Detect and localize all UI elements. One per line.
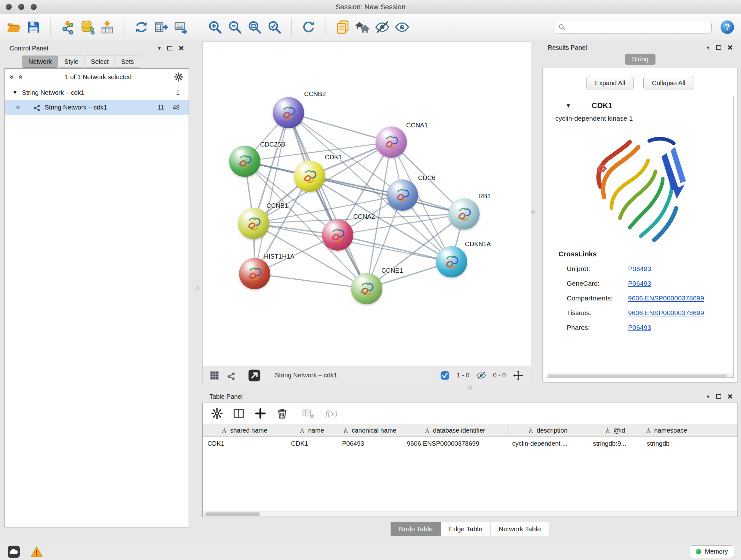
- hide-graphics-details-icon[interactable]: [375, 20, 390, 35]
- crosslink-label: Tissues:: [567, 309, 628, 317]
- collection-name: String Network – cdk1: [22, 89, 84, 97]
- tab-edge-table[interactable]: Edge Table: [441, 522, 491, 536]
- collapse-all-button[interactable]: Collapse All: [643, 76, 694, 90]
- export-network-icon[interactable]: [154, 20, 169, 35]
- network-canvas[interactable]: CCNB2CCNA1CDC25BCDK1CDC6RB1CCNB1CCNA2CDK…: [203, 42, 531, 367]
- help-icon[interactable]: ?: [720, 20, 735, 35]
- expand-all-button[interactable]: Expand All: [586, 76, 634, 90]
- add-column-icon[interactable]: [254, 408, 266, 420]
- close-window-button[interactable]: [6, 4, 12, 10]
- minimize-window-button[interactable]: [18, 4, 24, 10]
- memory-button[interactable]: Memory: [690, 545, 734, 558]
- control-panel-float-icon[interactable]: [167, 46, 172, 51]
- network-node-CCNB2[interactable]: [273, 97, 304, 128]
- warning-icon[interactable]: [30, 546, 44, 558]
- import-network-database-icon[interactable]: [80, 20, 95, 35]
- tab-network[interactable]: Network: [22, 56, 58, 68]
- horizontal-splitter-handle[interactable]: [468, 386, 472, 389]
- crosslink-link[interactable]: 9606.ENSP00000378699: [628, 294, 704, 302]
- birdseye-network-icon[interactable]: [226, 371, 236, 380]
- vertical-splitter-left-handle[interactable]: [196, 287, 199, 290]
- results-scrollbar-thumb[interactable]: [548, 374, 727, 377]
- crosslink-link[interactable]: 9606.ENSP00000378699: [628, 309, 704, 317]
- vertical-splitter-right-handle[interactable]: [531, 210, 535, 214]
- tab-select[interactable]: Select: [84, 56, 115, 68]
- column-header-canonical-name[interactable]: canonical name: [337, 424, 402, 436]
- control-panel-close-icon[interactable]: ×: [179, 44, 184, 53]
- column-header-database-identifier[interactable]: database identifier: [402, 424, 508, 436]
- tab-node-table[interactable]: Node Table: [391, 522, 441, 536]
- apply-layout-icon[interactable]: [301, 20, 316, 35]
- table-panel-close-icon[interactable]: ×: [728, 392, 733, 401]
- network-node-CCNE1[interactable]: [351, 273, 382, 304]
- delete-column-icon[interactable]: [276, 408, 288, 420]
- collection-caret-icon[interactable]: ▼: [12, 90, 17, 96]
- import-network-file-icon[interactable]: [60, 20, 75, 35]
- cloud-sync-icon[interactable]: [7, 546, 20, 558]
- network-node-CDC6[interactable]: [387, 179, 418, 211]
- network-snapshot-icon[interactable]: [335, 20, 350, 35]
- zoom-in-icon[interactable]: [208, 20, 222, 35]
- maximize-window-button[interactable]: [30, 4, 37, 10]
- zoom-selected-icon[interactable]: [267, 20, 282, 35]
- results-scrollbar[interactable]: [547, 374, 733, 377]
- crosslink-link[interactable]: P06493: [628, 324, 651, 331]
- results-panel-close-icon[interactable]: ×: [728, 43, 733, 52]
- results-panel-menu-icon[interactable]: ▾: [707, 44, 710, 51]
- grid-view-icon[interactable]: [210, 371, 219, 380]
- tab-string[interactable]: String: [625, 54, 656, 65]
- node-label-CCNA1: CCNA1: [406, 122, 428, 129]
- collapse-all-chevron-icon[interactable]: «: [17, 75, 24, 79]
- ndex-home-icon[interactable]: [355, 20, 370, 35]
- network-node-CCNA2[interactable]: [322, 219, 353, 251]
- column-header-description[interactable]: description: [508, 424, 588, 436]
- network-node-CDK1[interactable]: [294, 161, 325, 192]
- tab-style[interactable]: Style: [58, 56, 84, 68]
- import-table-file-icon[interactable]: [100, 20, 115, 35]
- network-node-RB1[interactable]: [448, 198, 480, 230]
- control-panel-menu-icon[interactable]: ▾: [158, 45, 161, 52]
- show-graphics-details-icon[interactable]: [395, 20, 409, 35]
- column-header-shared-name[interactable]: shared name: [203, 424, 286, 436]
- hidden-eye-slash-icon[interactable]: [476, 371, 486, 380]
- expand-all-chevron-icon[interactable]: »: [8, 75, 16, 79]
- column-attribute-icon: [605, 428, 611, 434]
- zoom-fit-content-icon[interactable]: [247, 20, 262, 35]
- network-row[interactable]: String Network – cdk1 11 48: [5, 100, 189, 115]
- show-columns-icon[interactable]: [232, 408, 245, 420]
- open-in-window-icon[interactable]: [248, 369, 261, 382]
- protein-section-caret-icon[interactable]: ▼: [565, 103, 571, 109]
- protein-section-header[interactable]: ▼ CDK1: [547, 96, 733, 113]
- tab-sets[interactable]: Sets: [115, 56, 140, 68]
- network-collection-row[interactable]: ▼ String Network – cdk1 1: [5, 85, 189, 100]
- network-node-CDC25B[interactable]: [229, 145, 260, 177]
- crosslink-link[interactable]: P06493: [628, 265, 651, 273]
- search-input[interactable]: [568, 23, 708, 30]
- save-session-icon[interactable]: [26, 20, 41, 35]
- table-settings-gear-icon[interactable]: [211, 408, 223, 420]
- clone-network-icon[interactable]: [134, 20, 149, 35]
- column-header-name[interactable]: name: [286, 424, 337, 436]
- network-node-CDKN1A[interactable]: [436, 246, 467, 277]
- search-box[interactable]: [555, 21, 712, 34]
- column-header-namespace[interactable]: namespace: [642, 424, 738, 436]
- zoom-out-icon[interactable]: [227, 20, 242, 35]
- table-scrollbar-thumb[interactable]: [205, 512, 260, 516]
- open-session-icon[interactable]: [6, 20, 21, 35]
- selected-checkbox-icon[interactable]: [440, 371, 450, 380]
- network-node-HIST1H1A[interactable]: [239, 258, 270, 289]
- results-panel-float-icon[interactable]: [716, 45, 721, 50]
- pan-crosshair-icon[interactable]: [513, 370, 524, 381]
- column-header--id[interactable]: @id: [588, 424, 642, 436]
- table-panel-menu-icon[interactable]: ▾: [707, 393, 710, 400]
- network-node-CCNB1[interactable]: [238, 208, 269, 239]
- network-options-gear-icon[interactable]: [174, 72, 184, 82]
- network-node-CCNA1[interactable]: [376, 126, 407, 158]
- table-panel-float-icon[interactable]: [716, 394, 721, 399]
- table-row[interactable]: CDK1CDK1P064939606.ENSP00000378699cyclin…: [203, 437, 738, 450]
- tab-network-table[interactable]: Network Table: [490, 522, 549, 536]
- table-horizontal-scrollbar[interactable]: [203, 511, 738, 516]
- export-image-icon[interactable]: [174, 20, 188, 35]
- crosslink-link[interactable]: P06493: [628, 280, 651, 287]
- toolbar-icon-groups: [6, 18, 409, 36]
